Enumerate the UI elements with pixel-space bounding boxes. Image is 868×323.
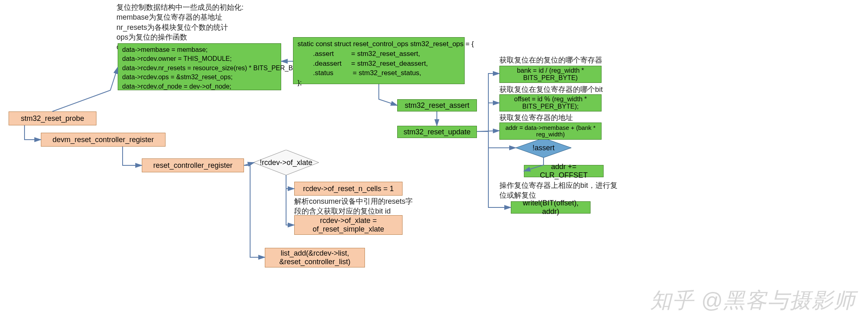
- diamond-assert-label: !assert: [532, 144, 555, 152]
- connectors: [0, 0, 868, 323]
- diamond-xlate-label: !rcdev->of_xlate: [260, 158, 313, 167]
